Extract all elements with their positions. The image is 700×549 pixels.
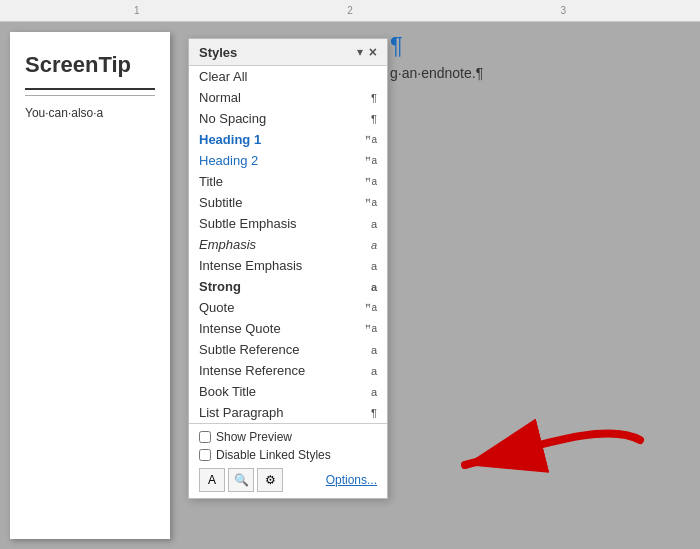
style-item-subtitle[interactable]: Subtitle ꟸa	[189, 192, 387, 213]
style-icon-heading1: ꟸa	[365, 134, 377, 145]
document-page: ScreenTip You·can·also·a	[10, 32, 170, 539]
style-item-subtle-emphasis[interactable]: Subtle Emphasis a	[189, 213, 387, 234]
new-style-icon: A	[208, 473, 216, 487]
show-preview-row: Show Preview	[199, 430, 377, 444]
options-link[interactable]: Options...	[326, 473, 377, 487]
new-style-button[interactable]: A	[199, 468, 225, 492]
styles-panel-header: Styles ▾ ×	[189, 39, 387, 66]
style-icon-intense-quote: ꟸa	[365, 323, 377, 334]
paragraph-mark-large: ¶	[390, 32, 483, 60]
style-item-subtle-reference[interactable]: Subtle Reference a	[189, 339, 387, 360]
style-item-no-spacing[interactable]: No Spacing ¶	[189, 108, 387, 129]
style-name-intense-emphasis: Intense Emphasis	[199, 258, 367, 273]
styles-dropdown-icon[interactable]: ▾	[357, 45, 363, 59]
style-icon-title: ꟸa	[365, 176, 377, 187]
style-icon-quote: ꟸa	[365, 302, 377, 313]
style-item-intense-reference[interactable]: Intense Reference a	[189, 360, 387, 381]
style-icon-list-paragraph: ¶	[371, 407, 377, 419]
doc-body: You·can·also·a	[10, 98, 170, 128]
style-item-emphasis[interactable]: Emphasis a	[189, 234, 387, 255]
disable-linked-label: Disable Linked Styles	[216, 448, 331, 462]
style-name-subtitle: Subtitle	[199, 195, 361, 210]
style-icon-heading2: ꟸa	[365, 155, 377, 166]
style-name-strong: Strong	[199, 279, 367, 294]
style-name-quote: Quote	[199, 300, 361, 315]
style-name-clear-all: Clear All	[199, 69, 377, 84]
styles-footer: Show Preview Disable Linked Styles A 🔍 ⚙…	[189, 423, 387, 498]
style-icon-normal: ¶	[371, 92, 377, 104]
style-name-emphasis: Emphasis	[199, 237, 367, 252]
doc-divider1	[25, 88, 155, 90]
style-item-book-title[interactable]: Book Title a	[189, 381, 387, 402]
doc-divider2	[25, 95, 155, 96]
style-item-normal[interactable]: Normal ¶	[189, 87, 387, 108]
styles-panel-title: Styles	[199, 45, 237, 60]
ruler-numbers: 1 2 3	[10, 5, 690, 16]
styles-btn-group: A 🔍 ⚙	[199, 468, 283, 492]
style-item-quote[interactable]: Quote ꟸa	[189, 297, 387, 318]
style-icon-strong: a	[371, 281, 377, 293]
style-name-heading1: Heading 1	[199, 132, 361, 147]
style-name-no-spacing: No Spacing	[199, 111, 367, 126]
style-item-clear-all[interactable]: Clear All	[189, 66, 387, 87]
style-name-heading2: Heading 2	[199, 153, 361, 168]
style-name-title: Title	[199, 174, 361, 189]
style-name-list-paragraph: List Paragraph	[199, 405, 367, 420]
manage-styles-icon: ⚙	[265, 473, 276, 487]
show-preview-label: Show Preview	[216, 430, 292, 444]
style-name-intense-quote: Intense Quote	[199, 321, 361, 336]
style-icon-intense-emphasis: a	[371, 260, 377, 272]
style-inspector-button[interactable]: 🔍	[228, 468, 254, 492]
doc-right: ¶ g·an·endnote.¶	[390, 32, 483, 81]
styles-panel: Styles ▾ × Clear All Normal ¶ No Spacing…	[188, 38, 388, 499]
disable-linked-checkbox[interactable]	[199, 449, 211, 461]
style-name-book-title: Book Title	[199, 384, 367, 399]
style-item-strong[interactable]: Strong a	[189, 276, 387, 297]
style-name-subtle-emphasis: Subtle Emphasis	[199, 216, 367, 231]
ruler: 1 2 3	[0, 0, 700, 22]
style-name-normal: Normal	[199, 90, 367, 105]
styles-header-icons: ▾ ×	[357, 44, 377, 60]
styles-list: Clear All Normal ¶ No Spacing ¶ Heading …	[189, 66, 387, 423]
style-item-intense-emphasis[interactable]: Intense Emphasis a	[189, 255, 387, 276]
style-icon-subtle-reference: a	[371, 344, 377, 356]
style-icon-no-spacing: ¶	[371, 113, 377, 125]
style-item-heading2[interactable]: Heading 2 ꟸa	[189, 150, 387, 171]
styles-buttons: A 🔍 ⚙ Options...	[199, 468, 377, 492]
style-icon-emphasis: a	[371, 239, 377, 251]
arrow-overlay	[445, 410, 645, 494]
style-icon-subtitle: ꟸa	[365, 197, 377, 208]
disable-linked-row: Disable Linked Styles	[199, 448, 377, 462]
style-item-heading1[interactable]: Heading 1 ꟸa	[189, 129, 387, 150]
screen-tip-text: ScreenTip	[10, 32, 170, 83]
style-icon-intense-reference: a	[371, 365, 377, 377]
red-arrow-svg	[445, 410, 645, 490]
style-name-intense-reference: Intense Reference	[199, 363, 367, 378]
style-name-subtle-reference: Subtle Reference	[199, 342, 367, 357]
style-inspector-icon: 🔍	[234, 473, 249, 487]
branding: groovyPost.com	[574, 520, 682, 537]
style-item-intense-quote[interactable]: Intense Quote ꟸa	[189, 318, 387, 339]
show-preview-checkbox[interactable]	[199, 431, 211, 443]
endnote-text: g·an·endnote.¶	[390, 65, 483, 81]
style-icon-subtle-emphasis: a	[371, 218, 377, 230]
style-icon-book-title: a	[371, 386, 377, 398]
styles-close-button[interactable]: ×	[369, 44, 377, 60]
style-item-list-paragraph[interactable]: List Paragraph ¶	[189, 402, 387, 423]
manage-styles-button[interactable]: ⚙	[257, 468, 283, 492]
style-item-title[interactable]: Title ꟸa	[189, 171, 387, 192]
